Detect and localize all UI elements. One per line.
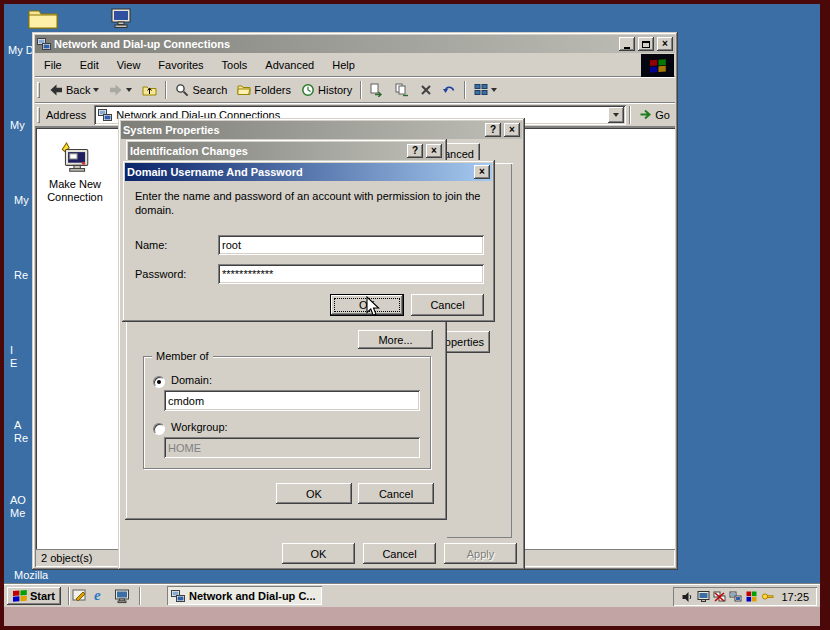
dialog-title: System Properties (123, 124, 482, 136)
undo-button[interactable] (437, 79, 461, 101)
help-button[interactable]: ? (407, 144, 423, 158)
apply-button[interactable]: Apply (444, 543, 517, 564)
screen: My D My My Re I E A Re AO Me Mozilla Net… (0, 0, 830, 630)
desktop-icon-label[interactable]: My (10, 119, 25, 132)
properties-button-label: operties (445, 336, 484, 348)
close-icon: × (431, 146, 437, 156)
cancel-button[interactable]: Cancel (363, 543, 436, 564)
forward-icon (109, 84, 123, 96)
history-button[interactable]: History (296, 79, 357, 101)
close-icon: × (662, 39, 668, 49)
name-input[interactable] (218, 235, 484, 255)
menu-item-favorites[interactable]: Favorites (149, 55, 212, 75)
menu-item-advanced[interactable]: Advanced (256, 55, 323, 75)
windows-update-icon[interactable] (745, 590, 758, 603)
folders-button[interactable]: Folders (232, 79, 296, 101)
menu-item-file[interactable]: File (35, 55, 71, 75)
close-button[interactable]: × (504, 123, 520, 137)
taskbar-divider (139, 587, 141, 605)
member-of-label: Member of (152, 350, 213, 362)
toolbar-grip[interactable] (37, 82, 40, 98)
close-button[interactable]: × (474, 165, 490, 179)
forward-button[interactable] (104, 79, 137, 101)
menubar: File Edit View Favorites Tools Advanced … (35, 53, 675, 77)
cancel-button[interactable]: Cancel (411, 294, 484, 316)
menu-item-edit[interactable]: Edit (71, 55, 108, 75)
make-new-connection-label[interactable]: Make New Connection (36, 178, 114, 204)
monitor-icon[interactable] (114, 588, 130, 604)
desktop-icon-label[interactable]: A Re (14, 419, 28, 445)
workgroup-radio[interactable] (153, 423, 165, 435)
task-button[interactable]: Network and Dial-up C... (167, 586, 322, 605)
history-label: History (318, 84, 352, 96)
move-to-icon (370, 83, 385, 97)
menu-item-tools[interactable]: Tools (213, 55, 257, 75)
close-icon: × (479, 167, 485, 177)
desktop-icon-label[interactable]: Re (14, 269, 28, 282)
move-to-button[interactable] (365, 79, 390, 101)
tray-clock[interactable]: 17:25 (781, 591, 809, 603)
make-new-connection-icon[interactable] (58, 142, 92, 176)
addressbar-grip[interactable] (37, 107, 40, 123)
network-icon[interactable] (729, 590, 742, 603)
identification-titlebar[interactable]: Identification Changes ? × (128, 142, 444, 160)
show-desktop-icon[interactable] (72, 588, 88, 604)
cancel-button[interactable]: Cancel (358, 483, 434, 504)
tab-page-right-edge (511, 164, 512, 538)
password-input[interactable] (218, 264, 484, 284)
task-icon (171, 589, 185, 603)
explorer-titlebar[interactable]: Network and Dial-up Connections × (35, 35, 675, 53)
key-icon[interactable] (761, 590, 774, 603)
desktop-icon-label[interactable]: Mozilla (14, 569, 48, 582)
desktop-icon-label[interactable]: My (14, 194, 29, 207)
domain-radio[interactable] (153, 376, 165, 388)
computer-icon[interactable] (110, 7, 134, 30)
more-button[interactable]: More... (358, 330, 433, 349)
maximize-button[interactable] (638, 37, 654, 51)
back-button[interactable]: Back (44, 79, 104, 101)
toolbar-separator (360, 81, 362, 99)
ok-button[interactable]: OK (282, 543, 355, 564)
domain-input[interactable] (164, 390, 420, 411)
go-button[interactable]: Go (634, 104, 675, 126)
toolbar-separator (464, 81, 466, 99)
help-icon: ? (412, 146, 418, 156)
views-button[interactable] (469, 79, 502, 101)
address-dropdown-button[interactable] (608, 107, 624, 123)
network-error-icon[interactable] (713, 590, 726, 603)
desktop-icon-label[interactable]: I E (10, 344, 17, 370)
radio-dot (157, 380, 161, 384)
close-button[interactable]: × (657, 37, 673, 51)
start-label: Start (30, 590, 55, 602)
folders-label: Folders (254, 84, 291, 96)
desktop-icon-label[interactable]: My D (8, 44, 34, 57)
search-button[interactable]: Search (170, 79, 232, 101)
internet-explorer-icon[interactable]: e (94, 587, 101, 604)
folder-icon[interactable] (28, 5, 58, 29)
help-button[interactable]: ? (485, 123, 501, 137)
display-settings-icon[interactable] (697, 590, 710, 603)
system-properties-titlebar[interactable]: System Properties ? × (121, 121, 522, 139)
window-title: Network and Dial-up Connections (54, 38, 616, 50)
desktop-icon-label[interactable]: AO Me (10, 494, 26, 520)
undo-icon (442, 84, 456, 96)
menu-item-help[interactable]: Help (323, 55, 364, 75)
minimize-icon (624, 47, 630, 49)
address-label: Address (46, 109, 86, 121)
dialog-title: Domain Username And Password (127, 166, 471, 178)
volume-icon[interactable] (681, 591, 694, 603)
up-button[interactable] (137, 79, 162, 101)
start-button[interactable]: Start (7, 587, 61, 605)
chevron-down-icon (126, 88, 132, 92)
workgroup-label: Workgroup: (171, 421, 228, 433)
history-icon (301, 83, 315, 97)
ok-button[interactable]: OK (276, 483, 352, 504)
menu-item-view[interactable]: View (108, 55, 150, 75)
credentials-titlebar[interactable]: Domain Username And Password × (125, 163, 492, 181)
close-button[interactable]: × (426, 144, 442, 158)
copy-to-button[interactable] (390, 79, 415, 101)
delete-button[interactable] (415, 79, 437, 101)
delete-icon (420, 84, 432, 96)
windows-flag-icon (650, 59, 666, 73)
minimize-button[interactable] (619, 37, 635, 51)
